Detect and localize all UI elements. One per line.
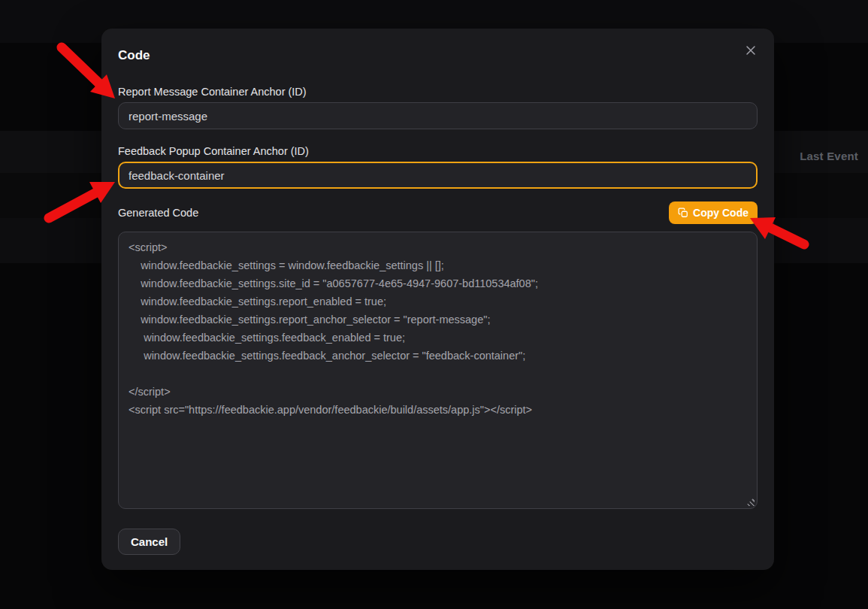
code-modal: Code Report Message Container Anchor (ID… bbox=[101, 29, 774, 570]
x-icon bbox=[743, 43, 758, 61]
feedback-anchor-input[interactable] bbox=[118, 162, 758, 189]
copy-code-button-label: Copy Code bbox=[693, 207, 749, 219]
copy-code-button[interactable]: Copy Code bbox=[669, 201, 758, 224]
generated-code-label: Generated Code bbox=[118, 207, 198, 219]
clipboard-icon bbox=[678, 208, 688, 218]
modal-title: Code bbox=[118, 48, 758, 63]
cancel-button[interactable]: Cancel bbox=[118, 529, 180, 555]
close-button[interactable] bbox=[742, 44, 759, 60]
report-anchor-label: Report Message Container Anchor (ID) bbox=[118, 86, 758, 98]
feedback-anchor-label: Feedback Popup Container Anchor (ID) bbox=[118, 145, 758, 157]
generated-code-container: <script> window.feedbackie_settings = wi… bbox=[118, 232, 758, 509]
table-header-last-event: Last Event bbox=[800, 150, 858, 162]
generated-code-textarea[interactable]: <script> window.feedbackie_settings = wi… bbox=[118, 232, 758, 509]
feedback-anchor-field-group: Feedback Popup Container Anchor (ID) bbox=[118, 145, 758, 189]
report-anchor-input[interactable] bbox=[118, 102, 758, 129]
generated-code-header-row: Generated Code Copy Code bbox=[118, 201, 758, 224]
report-anchor-field-group: Report Message Container Anchor (ID) bbox=[118, 86, 758, 129]
